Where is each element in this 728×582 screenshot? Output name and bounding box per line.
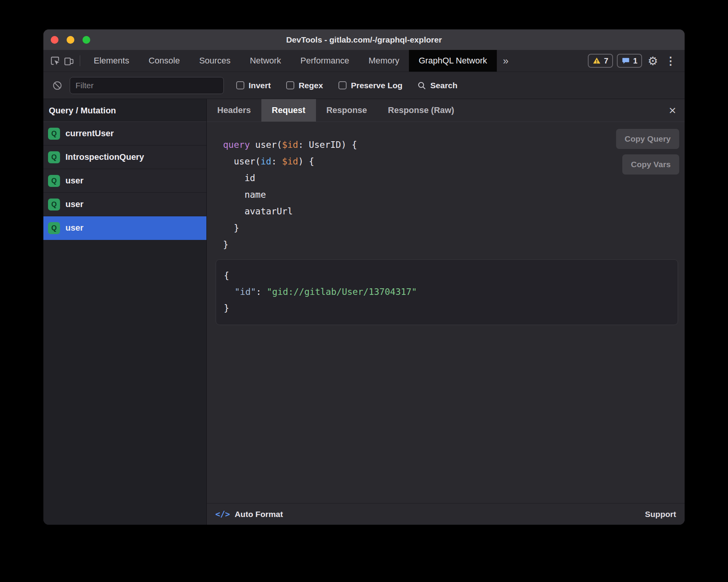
- tabbar-right-controls: 7 1 ⚙ ⋮: [588, 50, 685, 72]
- filter-input[interactable]: [70, 77, 224, 94]
- search-control[interactable]: Search: [417, 81, 457, 90]
- close-window-button[interactable]: [51, 36, 58, 44]
- copy-vars-button[interactable]: Copy Vars: [622, 154, 679, 175]
- query-list-item[interactable]: Q currentUser: [43, 122, 206, 146]
- devtools-tab[interactable]: GraphQL Network: [409, 50, 496, 72]
- query-type-badge: Q: [48, 199, 60, 211]
- traffic-lights: [51, 29, 90, 50]
- search-label: Search: [430, 81, 457, 90]
- kebab-menu-icon[interactable]: ⋮: [664, 54, 678, 68]
- query-type-badge: Q: [48, 128, 60, 140]
- query-list-item[interactable]: Q user: [43, 216, 206, 240]
- close-panel-icon[interactable]: ×: [669, 104, 685, 116]
- request-variables-box: { "id": "gid://gitlab/User/13704317"}: [216, 259, 678, 325]
- sidebar-header: Query / Mutation: [43, 99, 206, 122]
- window-title: DevTools - gitlab.com/-/graphql-explorer: [286, 35, 442, 45]
- detail-tabs: HeadersRequestResponseResponse (Raw): [207, 99, 465, 122]
- filter-checkbox[interactable]: Invert: [236, 81, 271, 90]
- checkbox-box[interactable]: [286, 81, 294, 89]
- detail-tabbar: HeadersRequestResponseResponse (Raw) ×: [207, 99, 685, 122]
- warning-count: 7: [604, 56, 608, 65]
- query-list-item[interactable]: Q user: [43, 193, 206, 216]
- checkbox-box[interactable]: [236, 81, 244, 89]
- devtools-tab[interactable]: Console: [139, 50, 190, 72]
- filter-checkbox[interactable]: Preserve Log: [338, 81, 402, 90]
- devtools-tab[interactable]: Network: [240, 50, 291, 72]
- message-count: 1: [633, 56, 637, 65]
- filter-toolbar: Invert Regex Preserve Log Sea: [43, 72, 685, 99]
- devtools-tabbar: ElementsConsoleSourcesNetworkPerformance…: [43, 50, 685, 72]
- query-list: Q currentUser Q IntrospectionQuery Q use…: [43, 122, 206, 240]
- query-name-label: user: [65, 176, 83, 186]
- minimize-window-button[interactable]: [67, 36, 74, 44]
- content-area: Query / Mutation Q currentUser Q Introsp…: [43, 99, 685, 525]
- clear-icon[interactable]: [50, 79, 64, 92]
- zoom-window-button[interactable]: [82, 36, 90, 44]
- devtools-tab[interactable]: Performance: [291, 50, 359, 72]
- query-list-item[interactable]: Q user: [43, 169, 206, 193]
- messages-badge[interactable]: 1: [617, 54, 642, 68]
- devtools-tab[interactable]: Sources: [189, 50, 240, 72]
- copy-query-button[interactable]: Copy Query: [616, 129, 679, 149]
- device-toolbar-icon[interactable]: [62, 54, 76, 68]
- search-icon: [417, 81, 426, 90]
- detail-panel: HeadersRequestResponseResponse (Raw) × q…: [207, 99, 685, 525]
- devtools-tab[interactable]: Elements: [84, 50, 139, 72]
- inspect-icon[interactable]: [48, 54, 62, 68]
- window-titlebar: DevTools - gitlab.com/-/graphql-explorer: [43, 29, 685, 50]
- more-tabs-button[interactable]: »: [497, 55, 515, 67]
- desktop-background: DevTools - gitlab.com/-/graphql-explorer…: [0, 0, 728, 582]
- warnings-badge[interactable]: 7: [588, 54, 613, 68]
- query-type-badge: Q: [48, 151, 60, 163]
- auto-format-button[interactable]: Auto Format: [235, 510, 283, 519]
- code-icon: </>: [215, 510, 230, 519]
- checkbox-box[interactable]: [338, 81, 347, 89]
- message-icon: [622, 56, 630, 65]
- toolbar-divider: [80, 55, 80, 66]
- devtools-window: DevTools - gitlab.com/-/graphql-explorer…: [43, 29, 685, 525]
- detail-tab[interactable]: Headers: [207, 99, 261, 122]
- request-pane: query user($id: UserID) { user(id: $id) …: [207, 122, 685, 503]
- query-name-label: user: [65, 223, 83, 233]
- query-name-label: IntrospectionQuery: [65, 152, 144, 162]
- settings-gear-icon[interactable]: ⚙: [646, 54, 660, 68]
- detail-tab[interactable]: Response (Raw): [378, 99, 465, 122]
- query-sidebar: Query / Mutation Q currentUser Q Introsp…: [43, 99, 207, 525]
- query-type-badge: Q: [48, 175, 60, 187]
- query-name-label: user: [65, 199, 83, 209]
- statusbar: </> Auto Format Support: [207, 503, 685, 525]
- detail-tab[interactable]: Request: [261, 99, 316, 122]
- request-query-code: query user($id: UserID) { user(id: $id) …: [223, 137, 685, 253]
- devtools-tab[interactable]: Memory: [359, 50, 409, 72]
- devtools-tabs: ElementsConsoleSourcesNetworkPerformance…: [84, 50, 497, 72]
- query-name-label: currentUser: [65, 128, 114, 139]
- request-variables-code: { "id": "gid://gitlab/User/13704317"}: [224, 267, 668, 316]
- support-link[interactable]: Support: [645, 510, 676, 519]
- filter-options: Invert Regex Preserve Log: [236, 81, 402, 90]
- detail-tab[interactable]: Response: [316, 99, 378, 122]
- warning-icon: [592, 56, 601, 65]
- query-list-item[interactable]: Q IntrospectionQuery: [43, 146, 206, 169]
- query-type-badge: Q: [48, 222, 60, 234]
- filter-checkbox[interactable]: Regex: [286, 81, 323, 90]
